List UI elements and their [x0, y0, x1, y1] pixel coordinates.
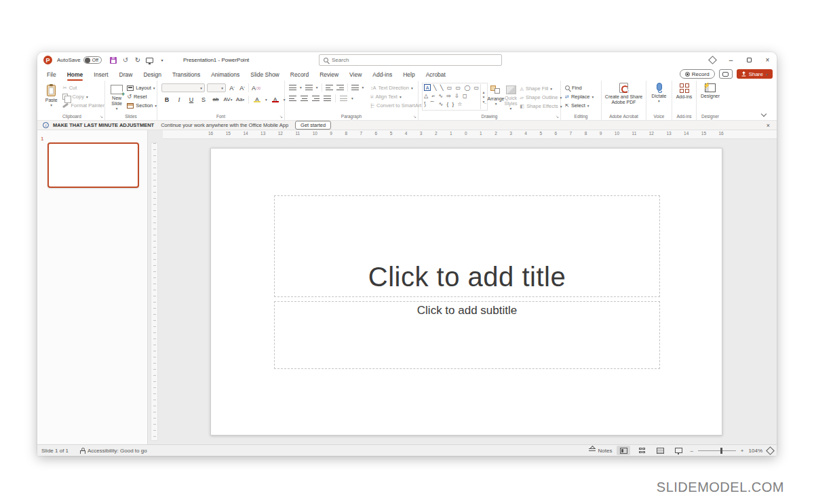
- tab-home[interactable]: Home: [62, 68, 89, 81]
- numbering-button[interactable]: [305, 85, 313, 90]
- tab-transitions[interactable]: Transitions: [167, 68, 206, 81]
- comments-button[interactable]: [719, 69, 733, 79]
- minimize-button[interactable]: –: [722, 52, 740, 68]
- decrease-indent-button[interactable]: [326, 85, 333, 90]
- font-dialog-launcher-icon[interactable]: ↘: [279, 114, 283, 119]
- shape-outline-button[interactable]: ▱Shape Outline▾: [520, 93, 562, 102]
- convert-smartart-button[interactable]: ⬱Convert to SmartArt▾: [370, 101, 425, 110]
- text-direction-button[interactable]: ↕AText Direction▾: [370, 83, 425, 92]
- autosave-toggle[interactable]: Off: [83, 56, 102, 64]
- search-input[interactable]: [332, 57, 497, 63]
- scroll-up-icon[interactable]: ▲: [482, 90, 486, 94]
- font-size-combobox[interactable]: ▾: [207, 83, 226, 92]
- section-button[interactable]: Section▾: [127, 101, 157, 110]
- create-share-pdf-button[interactable]: Create and Share Adobe PDF: [602, 81, 646, 105]
- replace-button[interactable]: ⇄Replace▾: [565, 92, 601, 101]
- select-button[interactable]: ⇱Select▾: [565, 101, 601, 110]
- dictate-button[interactable]: Dictate ▾: [646, 81, 672, 103]
- addins-button[interactable]: Add-ins: [672, 81, 696, 100]
- subtitle-placeholder[interactable]: Click to add subtitle: [274, 301, 660, 369]
- tab-file[interactable]: File: [41, 68, 62, 81]
- change-case-button[interactable]: Aa▾: [236, 95, 244, 104]
- shapes-row-3[interactable]: ⟆ ⌒ ∿ { } ☆: [424, 100, 480, 109]
- redo-button[interactable]: ↻: [132, 55, 143, 65]
- tab-draw[interactable]: Draw: [114, 68, 138, 81]
- align-right-button[interactable]: [312, 96, 319, 101]
- line-spacing-button[interactable]: [351, 85, 359, 90]
- search-box[interactable]: [319, 54, 502, 66]
- zoom-in-button[interactable]: +: [741, 448, 744, 454]
- text-highlight-button[interactable]: A: [253, 95, 261, 104]
- close-button[interactable]: ×: [758, 52, 777, 68]
- columns-button[interactable]: [340, 96, 347, 101]
- notes-button[interactable]: Notes: [589, 448, 613, 454]
- find-button[interactable]: Find: [565, 83, 601, 92]
- notification-close-button[interactable]: ×: [767, 122, 770, 129]
- slide-thumbnail[interactable]: [47, 142, 139, 188]
- collapse-ribbon-button[interactable]: [760, 112, 767, 116]
- quick-styles-button[interactable]: Quick Styles ▾: [504, 83, 517, 111]
- designer-button[interactable]: Designer: [697, 81, 724, 99]
- tab-review[interactable]: Review: [314, 68, 344, 81]
- cut-button[interactable]: ✂Cut: [62, 83, 104, 92]
- shape-effects-button[interactable]: ◧Shape Effects▾: [520, 102, 562, 111]
- justify-button[interactable]: [324, 96, 331, 101]
- increase-indent-button[interactable]: [336, 85, 344, 90]
- bold-button[interactable]: B: [163, 95, 171, 104]
- slide-sorter-view-button[interactable]: [635, 446, 648, 455]
- record-button[interactable]: Record: [680, 69, 715, 79]
- drawing-dialog-launcher-icon[interactable]: ↘: [556, 114, 559, 119]
- clipboard-dialog-launcher-icon[interactable]: ↘: [100, 114, 103, 119]
- zoom-slider-handle[interactable]: [720, 448, 722, 454]
- fit-slide-to-window-icon[interactable]: [766, 446, 775, 455]
- tab-design[interactable]: Design: [138, 68, 166, 81]
- slideshow-view-button[interactable]: [672, 446, 685, 455]
- scroll-down-icon[interactable]: ▼: [482, 95, 486, 99]
- slide-canvas[interactable]: Click to add title Click to add subtitle: [210, 148, 722, 435]
- text-shadow-button[interactable]: S: [199, 95, 208, 104]
- shape-fill-button[interactable]: ◬Shape Fill▾: [520, 84, 562, 93]
- zoom-level[interactable]: 104%: [749, 448, 762, 454]
- save-button[interactable]: [108, 55, 119, 65]
- zoom-out-button[interactable]: –: [690, 448, 693, 454]
- reset-button[interactable]: ↺Reset: [127, 92, 157, 101]
- strikethrough-button[interactable]: ab: [212, 95, 220, 104]
- character-spacing-button[interactable]: AV▾: [224, 95, 232, 104]
- restore-button[interactable]: [740, 52, 758, 68]
- tab-slide-show[interactable]: Slide Show: [245, 68, 285, 81]
- tab-add-ins[interactable]: Add-ins: [367, 68, 398, 81]
- customize-qat-button[interactable]: ▾: [157, 55, 168, 65]
- tab-insert[interactable]: Insert: [88, 68, 113, 81]
- text-box-shape-icon[interactable]: A: [424, 84, 431, 91]
- new-slide-button[interactable]: New Slide ▾: [108, 82, 125, 111]
- grow-font-button[interactable]: Aˆ: [228, 83, 236, 92]
- normal-view-button[interactable]: [617, 446, 630, 455]
- more-shapes-icon[interactable]: ▼̲: [482, 100, 486, 104]
- zoom-slider[interactable]: [698, 450, 736, 451]
- get-started-button[interactable]: Get started: [295, 121, 331, 130]
- font-name-combobox[interactable]: ▾: [161, 83, 205, 92]
- share-button[interactable]: Share ▾: [737, 69, 773, 79]
- paragraph-dialog-launcher-icon[interactable]: ↘: [413, 114, 416, 119]
- layout-button[interactable]: Layout▾: [127, 83, 157, 92]
- align-center-button[interactable]: [301, 96, 308, 101]
- font-color-button[interactable]: A: [271, 95, 279, 104]
- accessibility-status[interactable]: Accessibility: Good to go: [79, 448, 147, 454]
- arrange-button[interactable]: Arrange ▾: [488, 83, 505, 111]
- tab-record[interactable]: Record: [285, 68, 314, 81]
- bullets-button[interactable]: [289, 85, 296, 90]
- clear-formatting-button[interactable]: A⌫: [248, 83, 260, 92]
- undo-button[interactable]: ↺: [120, 55, 131, 65]
- tab-acrobat[interactable]: Acrobat: [421, 68, 451, 81]
- ribbon-display-options-button[interactable]: [703, 52, 722, 68]
- shapes-row-1[interactable]: ╲ ╲ ▭ ▭ ◯ ▭: [433, 85, 480, 91]
- title-placeholder[interactable]: Click to add title: [274, 195, 660, 297]
- tab-view[interactable]: View: [344, 68, 367, 81]
- start-slideshow-button[interactable]: [144, 55, 155, 65]
- shrink-font-button[interactable]: Aˇ: [238, 83, 246, 92]
- align-text-button[interactable]: ⌸Align Text▾: [370, 92, 425, 101]
- shapes-gallery[interactable]: A ╲ ╲ ▭ ▭ ◯ ▭ △ ⌐ ∿ ⇨ ⇩ ◻ ⟆ ⌒ ∿ { } ☆ ▲ …: [422, 83, 488, 111]
- shapes-row-2[interactable]: △ ⌐ ∿ ⇨ ⇩ ◻: [424, 92, 480, 100]
- paste-button[interactable]: Paste ▾: [42, 82, 60, 110]
- tab-animations[interactable]: Animations: [206, 68, 245, 81]
